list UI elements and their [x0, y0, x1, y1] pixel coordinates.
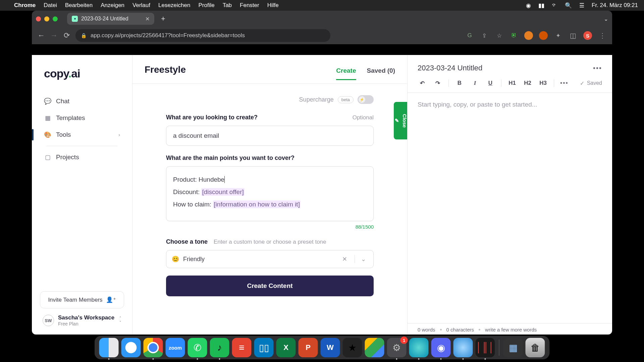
redo-button[interactable]: ↷	[433, 78, 442, 88]
chevron-down-icon[interactable]: ⌄	[359, 255, 368, 263]
points-textarea[interactable]: Product: Hundebe Discount: [discount off…	[166, 166, 374, 221]
divider	[554, 79, 554, 87]
create-input[interactable]	[166, 126, 374, 146]
divider	[47, 146, 117, 146]
italic-button[interactable]: I	[470, 78, 480, 88]
new-tab-button[interactable]: +	[158, 14, 169, 23]
tone-clear-icon[interactable]: ✕	[339, 255, 351, 263]
invite-label: Invite Team Members	[48, 297, 102, 303]
dock-trello-icon[interactable]: ▯▯	[254, 338, 274, 357]
sidebar-item-chat[interactable]: 💬 Chat	[37, 93, 127, 110]
translate-icon[interactable]: G	[465, 31, 474, 40]
menu-view[interactable]: Anzeigen	[101, 2, 124, 9]
editor-footer: 0 words 0 characters write a few more wo…	[408, 323, 612, 335]
sidebar-item-projects[interactable]: ▢ Projects	[37, 149, 127, 166]
invite-button[interactable]: Invite Team Members 👤⁺	[40, 291, 124, 308]
h3-button[interactable]: H3	[538, 78, 548, 88]
editor-body[interactable]: Start typing, copy, or paste to get star…	[408, 93, 612, 323]
dock-excel-icon[interactable]: X	[276, 338, 296, 357]
window-close-icon[interactable]	[36, 16, 41, 21]
field-label-points: What are the main points you want to cov…	[166, 155, 294, 162]
supercharge-toggle[interactable]	[358, 95, 374, 104]
window-minimize-icon[interactable]	[44, 16, 49, 21]
h2-button[interactable]: H2	[523, 78, 532, 88]
tab-create[interactable]: Create	[336, 67, 356, 80]
dock-trash-icon[interactable]: 🗑	[526, 338, 545, 357]
divider	[355, 255, 355, 263]
menu-edit[interactable]: Bearbeiten	[65, 2, 93, 9]
tab-close-icon[interactable]: ✕	[145, 16, 150, 22]
lock-icon: 🔒	[81, 33, 87, 38]
tab-overflow-icon[interactable]: ⌄	[604, 16, 608, 22]
dock-app-blue-icon[interactable]	[453, 338, 473, 357]
menu-history[interactable]: Verlauf	[132, 2, 150, 9]
menu-bookmarks[interactable]: Lesezeichen	[158, 2, 190, 9]
extension-orange1-icon[interactable]	[524, 31, 533, 40]
wifi-icon[interactable]: ᯤ	[552, 2, 557, 9]
h1-button[interactable]: H1	[507, 78, 517, 88]
extensions-icon[interactable]: ✦	[554, 31, 562, 40]
underline-button[interactable]: U	[486, 78, 495, 88]
create-content-button[interactable]: Create Content	[166, 276, 374, 296]
dock-drive-icon[interactable]	[365, 338, 384, 357]
menu-profile[interactable]: Profile	[198, 2, 214, 9]
dock-voice-memos-icon[interactable]: │║│	[476, 338, 495, 357]
document-menu-icon[interactable]: •••	[593, 64, 602, 72]
browser-tab[interactable]: ✦ 2023-03-24 Untitled ✕	[67, 13, 154, 25]
dock-whatsapp-icon[interactable]: ✆	[188, 338, 207, 357]
tab-saved[interactable]: Saved (0)	[367, 67, 395, 80]
forward-button[interactable]: →	[50, 32, 58, 40]
window-maximize-icon[interactable]	[53, 16, 58, 21]
dock-powerpoint-icon[interactable]: P	[299, 338, 318, 357]
menu-window[interactable]: Fenster	[240, 2, 259, 9]
extension-orange2-icon[interactable]	[539, 31, 548, 40]
toolbar-more-icon[interactable]: •••	[560, 80, 569, 87]
bookmark-icon[interactable]: ☆	[495, 31, 503, 40]
dock-app-teal-icon[interactable]	[409, 338, 429, 357]
address-bar[interactable]: 🔒 app.copy.ai/projects/22566417?tool=Fre…	[75, 29, 330, 42]
dock-safari-icon[interactable]	[121, 338, 141, 357]
dock-chrome-icon[interactable]	[144, 338, 163, 357]
bold-button[interactable]: B	[455, 78, 464, 88]
menubar-datetime[interactable]: Fr. 24. März 09:21	[592, 2, 638, 9]
tone-select[interactable]: 😊 Friendly ✕ ⌄	[166, 250, 374, 268]
sidebar-item-tools[interactable]: 🎨 Tools ›	[37, 126, 127, 143]
record-icon[interactable]: ◉	[526, 2, 531, 9]
share-icon[interactable]: ⇪	[480, 31, 489, 40]
menu-help[interactable]: Hilfe	[267, 2, 279, 9]
menu-file[interactable]: Datei	[44, 2, 57, 9]
dock-discord-icon[interactable]: ◉	[431, 338, 451, 357]
document-title[interactable]: 2023-03-24 Untitled	[418, 64, 482, 72]
sidebar-item-templates[interactable]: ▦ Templates	[37, 110, 127, 126]
undo-button[interactable]: ↶	[418, 78, 427, 88]
dock-imovie-icon[interactable]: ★	[343, 338, 362, 357]
profile-avatar[interactable]: S	[583, 31, 592, 40]
dock-finder-icon[interactable]	[99, 338, 119, 357]
check-icon: ✓	[580, 80, 584, 86]
workspace-switcher[interactable]: SW Sascha's Workspace Free Plan ˄˅	[40, 308, 124, 326]
app-logo: copy.ai	[32, 67, 132, 90]
control-center-icon[interactable]: ☰	[579, 2, 584, 9]
url-text: app.copy.ai/projects/22566417?tool=Frees…	[91, 32, 245, 39]
browser-chrome: ✦ 2023-03-24 Untitled ✕ + ⌄ ← → ⟳ 🔒 app.…	[32, 11, 612, 44]
search-icon[interactable]: 🔍	[565, 2, 572, 9]
dot-icon	[479, 329, 480, 330]
divider	[448, 79, 449, 87]
reload-button[interactable]: ⟳	[63, 32, 71, 40]
browser-menu-icon[interactable]: ⋮	[598, 31, 607, 40]
wand-icon: ✎	[394, 118, 400, 124]
dock-word-icon[interactable]: W	[321, 338, 340, 357]
dock-spotify-icon[interactable]: ♪	[210, 338, 229, 357]
dock-todoist-icon[interactable]: ≡	[232, 338, 252, 357]
dock-settings-icon[interactable]: ⚙1	[387, 338, 407, 357]
dock-zoom-icon[interactable]: zoom	[166, 338, 185, 357]
side-panel-icon[interactable]: ◫	[569, 31, 577, 40]
char-count-footer: 0 characters	[446, 327, 474, 333]
battery-icon[interactable]: ▮▮	[538, 2, 544, 9]
close-sidebar-button[interactable]: Close ✎	[394, 102, 407, 139]
back-button[interactable]: ←	[37, 32, 45, 40]
menu-app[interactable]: Chrome	[14, 2, 36, 9]
menu-tab[interactable]: Tab	[223, 2, 232, 9]
extension-shield-icon[interactable]: ⛨	[509, 31, 518, 40]
dock-folder-icon[interactable]: ▦	[503, 338, 523, 357]
